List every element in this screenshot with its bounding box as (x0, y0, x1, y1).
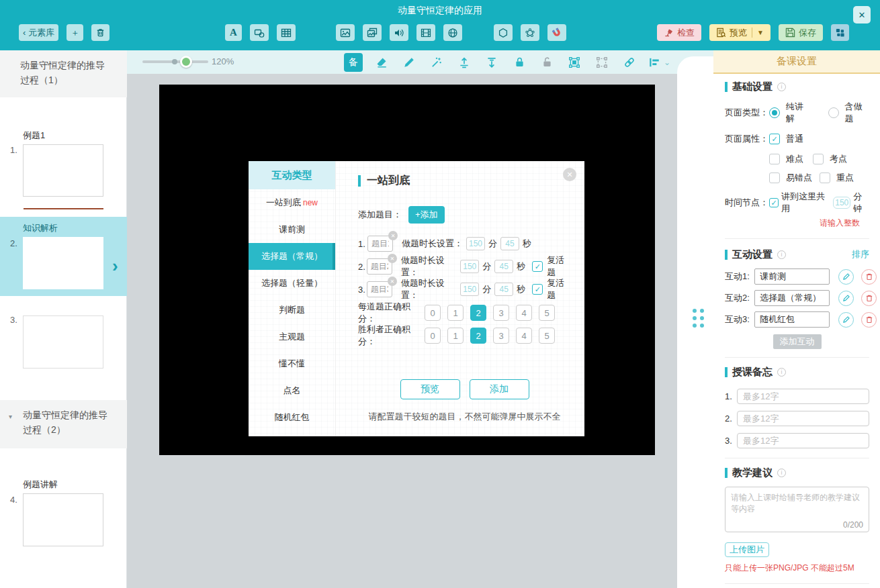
menu-item-zhuguanti[interactable]: 主观题 (249, 324, 335, 350)
score-option-1[interactable]: 1 (447, 305, 464, 321)
info-icon[interactable]: i (777, 469, 786, 477)
slide-2-expand-chevron[interactable]: › (112, 257, 118, 275)
attr-difficult-checkbox[interactable] (769, 154, 780, 164)
link-button[interactable] (621, 54, 638, 71)
slide-3-thumbnail[interactable] (23, 315, 103, 369)
upload-image-button[interactable]: 上传图片 (725, 542, 769, 557)
interaction-3-edit-button[interactable] (838, 312, 854, 328)
slide-2-thumbnail[interactable] (23, 237, 103, 289)
info-icon[interactable]: i (777, 368, 786, 377)
menu-item-keqiance[interactable]: 课前测 (249, 216, 335, 243)
insert-audio-button[interactable] (390, 24, 408, 41)
page-type-exercise-radio[interactable] (828, 107, 839, 118)
preview-caret-icon[interactable]: ▼ (757, 30, 764, 36)
attr-error-prone-checkbox[interactable] (769, 173, 780, 183)
score-option-0[interactable]: 0 (425, 328, 441, 344)
add-question-button[interactable]: +添加 (408, 206, 445, 224)
prep-mode-button[interactable]: 备 (344, 53, 363, 72)
score-option-2-selected[interactable]: 2 (470, 328, 486, 344)
bring-to-front-button[interactable] (455, 54, 473, 71)
memo-3-input[interactable] (737, 433, 869, 448)
menu-item-panduanti[interactable]: 判断题 (249, 297, 335, 324)
check-button[interactable]: 检查 (657, 24, 701, 41)
window-close-button[interactable]: ✕ (853, 6, 871, 23)
dialog-add-button[interactable]: 添加 (470, 379, 529, 399)
brush-button[interactable] (400, 54, 418, 71)
insert-shape-button[interactable] (250, 24, 269, 41)
score-option-3[interactable]: 3 (493, 305, 509, 321)
interaction-2-edit-button[interactable] (838, 291, 854, 306)
score-option-5[interactable]: 5 (539, 305, 555, 321)
insert-gallery-button[interactable] (363, 24, 382, 41)
interaction-1-edit-button[interactable] (838, 269, 854, 285)
score-option-5[interactable]: 5 (539, 328, 555, 344)
slide-4-thumbnail[interactable] (23, 493, 103, 546)
interaction-1-input[interactable] (754, 268, 830, 285)
menu-item-dianming[interactable]: 点名 (249, 377, 335, 404)
dialog-close-button[interactable]: ✕ (563, 168, 576, 181)
dialog-preview-button[interactable]: 预览 (400, 379, 460, 399)
score-option-3[interactable]: 3 (493, 328, 509, 344)
insert-table-button[interactable] (277, 24, 296, 41)
remove-question-icon[interactable]: ✕ (388, 254, 397, 263)
element-library-button[interactable]: ‹ 元素库 (19, 24, 58, 41)
time-node-checkbox[interactable] (769, 198, 779, 207)
zoom-slider[interactable] (142, 60, 208, 63)
collapse-triangle-icon[interactable]: ▾ (9, 409, 12, 424)
unlock-button[interactable] (538, 54, 556, 71)
question-1-minutes-input[interactable] (466, 237, 485, 250)
question-1-seconds-input[interactable] (500, 237, 519, 250)
lock-button[interactable] (511, 54, 528, 71)
insert-video-button[interactable] (416, 24, 435, 41)
page-type-lecture-radio[interactable] (769, 107, 780, 118)
menu-item-xuanzeti-qingliang[interactable]: 选择题（轻量） (249, 270, 335, 297)
insert-text-button[interactable]: A (225, 24, 242, 41)
question-2-minutes-input[interactable] (460, 260, 479, 273)
save-button[interactable]: 保存 (779, 24, 823, 41)
memo-2-input[interactable] (737, 411, 869, 426)
delete-page-button[interactable] (91, 24, 109, 41)
info-icon[interactable]: i (777, 250, 786, 259)
time-minutes-input[interactable] (833, 197, 850, 209)
send-to-back-button[interactable] (483, 54, 500, 71)
attr-exam-checkbox[interactable] (813, 154, 824, 164)
insert-web-button[interactable] (443, 24, 462, 41)
sort-link[interactable]: 排序 (852, 248, 869, 260)
panel-drag-handle[interactable] (693, 309, 704, 328)
score-option-2-selected[interactable]: 2 (470, 305, 486, 321)
score-option-4[interactable]: 4 (516, 328, 532, 344)
remove-question-icon[interactable]: ✕ (388, 231, 398, 240)
slide-2-selected-item[interactable]: 知识解析 2. › (0, 217, 127, 296)
chapter-header-2[interactable]: ▾ 动量守恒定律的推导 过程（2） (0, 400, 127, 448)
eraser-button[interactable] (373, 54, 390, 71)
menu-item-xuanzeti-changgui[interactable]: 选择题（常规） (249, 243, 335, 270)
question-3-seconds-input[interactable] (494, 283, 513, 296)
interaction-3-delete-button[interactable] (861, 312, 877, 328)
menu-item-dongbudong[interactable]: 懂不懂 (249, 350, 335, 377)
interaction-3-input[interactable] (754, 311, 830, 328)
preview-button[interactable]: 预览 ▼ (709, 24, 771, 41)
add-page-button[interactable]: ＋ (67, 24, 83, 41)
molecule-tool-button[interactable] (521, 24, 539, 41)
ungroup-button[interactable] (593, 54, 611, 71)
interaction-2-delete-button[interactable] (861, 291, 877, 306)
revive-checkbox[interactable] (532, 284, 543, 295)
align-button[interactable]: ⌄ (648, 56, 670, 68)
zoom-slider-handle[interactable] (180, 56, 192, 68)
score-option-4[interactable]: 4 (516, 305, 532, 321)
revive-checkbox[interactable] (532, 261, 543, 272)
info-icon[interactable]: i (777, 83, 786, 91)
magic-wand-button[interactable] (428, 54, 445, 71)
score-option-0[interactable]: 0 (425, 305, 441, 321)
score-option-1[interactable]: 1 (447, 328, 464, 344)
group-button[interactable] (566, 54, 583, 71)
add-interaction-button-disabled[interactable]: 添加互动 (773, 334, 822, 349)
interaction-2-input[interactable] (754, 290, 830, 306)
widgets-button[interactable] (831, 24, 849, 41)
menu-item-suijihongbao[interactable]: 随机红包 (249, 404, 335, 431)
question-2-seconds-input[interactable] (494, 260, 513, 273)
question-3-minutes-input[interactable] (460, 283, 479, 296)
chemistry-tool-button[interactable] (494, 24, 513, 41)
attr-key-checkbox[interactable] (820, 173, 830, 183)
menu-item-yizhandaodi[interactable]: 一站到底 new (249, 189, 335, 216)
